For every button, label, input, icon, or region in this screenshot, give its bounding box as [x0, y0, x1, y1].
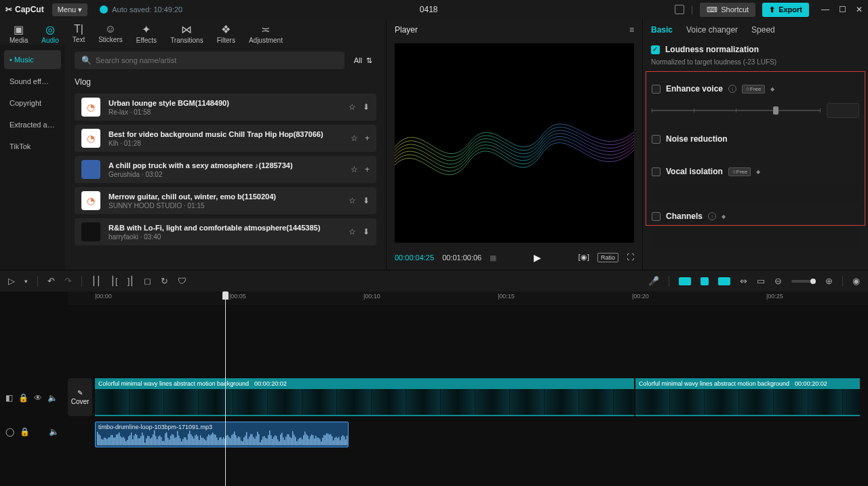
lock-icon[interactable]: 🔒 — [20, 427, 30, 437]
cover-button[interactable]: ✎ Cover — [68, 378, 92, 416]
shield-icon[interactable]: 🛡 — [178, 276, 186, 286]
sidebar-item-extracteda[interactable]: Extracted a… — [4, 115, 61, 134]
sidebar-item-tiktok[interactable]: TikTok — [4, 137, 61, 156]
svg-rect-179 — [340, 440, 340, 445]
svg-rect-93 — [223, 437, 224, 445]
svg-rect-123 — [264, 436, 264, 445]
song-item[interactable]: ◔ Best for video background music Chill … — [75, 125, 376, 152]
download-icon[interactable]: + — [365, 165, 370, 174]
tab-label: Text — [73, 36, 85, 43]
tool-tab-transitions[interactable]: ⋈Transitions — [165, 22, 209, 45]
link-icon[interactable]: ⇔ — [740, 276, 747, 286]
redo-icon[interactable]: ↷ — [64, 276, 72, 286]
info-icon[interactable]: i — [708, 212, 716, 220]
export-button[interactable]: ⬆ Export — [762, 3, 809, 17]
snap-end-icon[interactable] — [718, 277, 730, 285]
song-item[interactable]: ◔ Urban lounge style BGM(1148490) Re-lax… — [75, 94, 376, 121]
vocal-isolation-checkbox[interactable] — [652, 167, 660, 176]
close-icon[interactable]: ✕ — [856, 5, 863, 14]
tool-tab-stickers[interactable]: ☺Stickers — [93, 22, 128, 45]
tool-tab-text[interactable]: T|Text — [67, 22, 90, 45]
sidebar-item-copyright[interactable]: Copyright — [4, 94, 61, 113]
eye-icon[interactable]: 👁 — [34, 393, 42, 403]
audio-clip[interactable]: timbo-drumline-loop-103bpm-171091.mp3 — [95, 422, 349, 447]
filter-all-button[interactable]: All ⇅ — [350, 52, 376, 69]
search-input-wrap[interactable]: 🔍 — [75, 52, 344, 69]
tab-voice-changer[interactable]: Voice changer — [686, 25, 738, 35]
favorite-icon[interactable]: ☆ — [351, 134, 358, 143]
lock-icon[interactable]: 🔒 — [18, 393, 28, 403]
player-menu-icon[interactable]: ≡ — [629, 25, 634, 35]
fullscreen-icon[interactable]: ⛶ — [627, 253, 634, 262]
tab-basic[interactable]: Basic — [651, 25, 673, 35]
trim-left-icon[interactable]: ⎮[ — [111, 276, 118, 286]
svg-rect-70 — [192, 437, 193, 445]
tool-tab-adjustment[interactable]: ≍Adjustment — [243, 22, 288, 45]
vocal-isolation-select[interactable] — [652, 184, 859, 202]
song-item[interactable]: R&B with Lo-Fi, light and comfortable at… — [75, 218, 376, 245]
sidebar-item-soundeff[interactable]: Sound eff… — [4, 72, 61, 91]
svg-rect-74 — [197, 436, 198, 445]
preview-icon[interactable]: ▭ — [757, 276, 765, 286]
download-icon[interactable]: + — [365, 134, 370, 143]
split-icon[interactable]: ⎮⎮ — [92, 276, 101, 286]
minimize-icon[interactable]: — — [821, 5, 829, 14]
enhance-slider[interactable] — [652, 110, 820, 111]
gutter-toggle-icon[interactable]: ◧ — [5, 393, 13, 403]
favorite-icon[interactable]: ☆ — [349, 227, 356, 237]
maximize-icon[interactable]: ☐ — [839, 5, 846, 14]
song-item[interactable]: A chill pop truck with a sexy atmosphere… — [75, 156, 376, 183]
scan-icon[interactable]: [◉] — [578, 253, 589, 262]
sidebar-item-music[interactable]: • Music — [4, 50, 61, 69]
playhead[interactable] — [225, 291, 226, 486]
svg-rect-147 — [296, 441, 297, 445]
video-clip-1[interactable]: Colorful minimal wavy lines abstract mot… — [95, 378, 634, 416]
shortcut-button[interactable]: ⌨ Shortcut — [700, 3, 755, 17]
favorite-icon[interactable]: ☆ — [349, 196, 356, 205]
auto-align-icon[interactable] — [679, 277, 691, 285]
mute-icon[interactable]: 🔈 — [49, 427, 59, 437]
tool-tab-audio[interactable]: ◎Audio — [36, 22, 64, 45]
list-view-icon[interactable]: ▦ — [490, 254, 496, 262]
download-icon[interactable]: ⬇ — [363, 102, 370, 112]
reverse-icon[interactable]: ↻ — [161, 276, 168, 286]
fit-icon[interactable]: ◉ — [852, 276, 860, 286]
zoom-slider[interactable] — [791, 280, 816, 283]
pointer-dropdown-icon[interactable]: ▾ — [24, 278, 28, 285]
download-icon[interactable]: ⬇ — [363, 196, 370, 205]
layout-icon[interactable] — [675, 5, 684, 14]
gutter-toggle-icon[interactable]: ◯ — [5, 427, 14, 437]
song-item[interactable]: ◔ Merrow guitar, chill out, winter, emo … — [75, 187, 376, 214]
menu-button[interactable]: Menu ▾ — [52, 3, 88, 16]
ratio-button[interactable]: Ratio — [597, 253, 618, 262]
mute-icon[interactable]: 🔈 — [47, 393, 58, 403]
search-input[interactable] — [96, 56, 338, 64]
trim-right-icon[interactable]: ]⎮ — [127, 276, 135, 286]
channels-checkbox[interactable] — [652, 212, 660, 221]
video-clip-2[interactable]: Colorful minimal wavy lines abstract mot… — [635, 378, 860, 416]
favorite-icon[interactable]: ☆ — [349, 102, 356, 112]
play-button[interactable]: ▶ — [534, 252, 541, 263]
tab-speed[interactable]: Speed — [751, 25, 775, 35]
snap-center-icon[interactable] — [701, 277, 709, 285]
crop-icon[interactable]: ◻ — [144, 276, 151, 286]
mic-icon[interactable]: 🎤 — [648, 276, 659, 286]
video-preview[interactable] — [395, 43, 634, 243]
pointer-tool-icon[interactable]: ▷ — [8, 276, 15, 286]
zoom-in-icon[interactable]: ⊕ — [825, 276, 833, 286]
tool-tab-filters[interactable]: ❖Filters — [212, 22, 241, 45]
svg-rect-14 — [116, 434, 117, 445]
download-icon[interactable]: ⬇ — [363, 227, 370, 237]
channels-select[interactable] — [651, 230, 860, 247]
enhance-value-stepper[interactable] — [827, 103, 859, 118]
info-icon[interactable]: i — [728, 85, 736, 93]
zoom-out-icon[interactable]: ⊖ — [774, 276, 782, 286]
tool-tab-media[interactable]: ▣Media — [4, 22, 33, 45]
noise-reduction-checkbox[interactable] — [652, 135, 660, 144]
enhance-voice-checkbox[interactable] — [652, 85, 660, 94]
tool-tab-effects[interactable]: ✦Effects — [131, 22, 162, 45]
svg-rect-5 — [104, 438, 104, 445]
favorite-icon[interactable]: ☆ — [351, 165, 358, 174]
undo-icon[interactable]: ↶ — [47, 276, 55, 286]
loudness-checkbox[interactable] — [651, 45, 660, 54]
